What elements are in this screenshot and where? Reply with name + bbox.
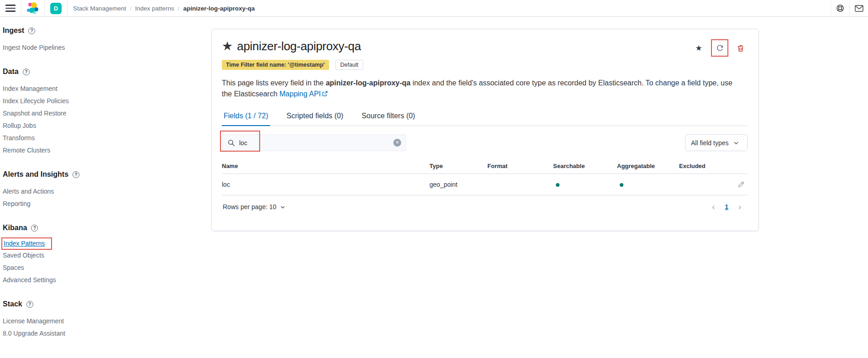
tab-bar: Fields (1 / 72) Scripted fields (0) Sour… — [222, 109, 748, 126]
field-search-box[interactable]: × — [222, 134, 406, 151]
field-type-filter-dropdown[interactable]: All field types — [685, 134, 748, 151]
sidebar-item-ingest-node-pipelines[interactable]: Ingest Node Pipelines — [3, 41, 164, 53]
breadcrumb-separator: / — [178, 5, 180, 12]
sidebar-section-title: Ingest — [3, 26, 24, 35]
space-segment: D — [45, 0, 67, 16]
sidebar-item-saved-objects[interactable]: Saved Objects — [3, 249, 164, 261]
breadcrumb: Stack Management / Index patterns / apin… — [68, 0, 260, 16]
sidebar-item-index-patterns[interactable]: Index Patterns — [1, 237, 52, 250]
fields-table: Name Type Format Searchable Aggregatable… — [222, 158, 748, 218]
question-circle-icon[interactable]: ? — [73, 171, 79, 178]
question-circle-icon[interactable]: ? — [28, 27, 35, 34]
sidebar-item-alerts-and-actions[interactable]: Alerts and Actions — [3, 185, 164, 197]
sidebar-section-title: Kibana — [3, 224, 27, 232]
clear-search-icon[interactable]: × — [393, 139, 401, 147]
logo-segment — [21, 0, 44, 16]
column-header-name: Name — [222, 163, 429, 169]
sidebar-section-title: Stack — [3, 300, 22, 308]
question-circle-icon[interactable]: ? — [26, 301, 33, 308]
sidebar-item-rollup-jobs[interactable]: Rollup Jobs — [3, 119, 164, 132]
topbar-right-actions — [831, 0, 868, 16]
table-footer: Rows per page: 10 ‹ 1 › — [222, 195, 748, 218]
breadcrumb-current-page: apinizer-log-apiproxy-qa — [183, 5, 255, 12]
table-row: loc geo_point — [222, 174, 748, 195]
newsfeed-button[interactable] — [850, 0, 868, 16]
column-header-searchable: Searchable — [553, 163, 617, 169]
set-default-star-button[interactable]: ★ — [690, 39, 707, 57]
panel-action-buttons: ★ — [690, 39, 749, 57]
sidebar-item-advanced-settings[interactable]: Advanced Settings — [3, 274, 164, 286]
sidebar-section-kibana: Kibana ? Index Patterns Saved Objects Sp… — [3, 224, 164, 286]
description-text: This page lists every field in the apini… — [222, 78, 742, 100]
refresh-field-list-button[interactable] — [711, 39, 728, 57]
sidebar-item-snapshot-and-restore[interactable]: Snapshot and Restore — [3, 107, 164, 119]
aggregatable-dot — [620, 183, 623, 187]
sidebar-item-remote-clusters[interactable]: Remote Clusters — [3, 144, 164, 156]
default-badge: Default — [335, 60, 364, 70]
page-number-1[interactable]: 1 — [725, 203, 728, 211]
time-filter-badge: Time Filter field name: '@timestamp' — [222, 60, 329, 70]
sidebar-item-spaces[interactable]: Spaces — [3, 261, 164, 274]
column-header-type: Type — [429, 163, 487, 169]
index-pattern-panel: ★ ★ apinizer-log-apiproxy-qa — [211, 29, 759, 231]
chevron-down-icon — [280, 204, 286, 210]
sidebar-section-ingest: Ingest ? Ingest Node Pipelines — [3, 26, 164, 53]
description-part1: This page lists every field in the — [222, 79, 326, 87]
sidebar-item-index-lifecycle-policies[interactable]: Index Lifecycle Policies — [3, 95, 164, 107]
sidebar-item-reporting[interactable]: Reporting — [3, 197, 164, 210]
field-search-input[interactable] — [239, 139, 393, 147]
rows-per-page-dropdown[interactable]: Rows per page: 10 — [223, 203, 286, 211]
help-icon — [836, 4, 844, 12]
top-navigation-bar: D Stack Management / Index patterns / ap… — [0, 0, 868, 17]
sidebar-item-index-management[interactable]: Index Management — [3, 82, 164, 95]
field-type-filter-label: All field types — [691, 139, 728, 147]
pagination: ‹ 1 › — [712, 203, 747, 211]
breadcrumb-index-patterns[interactable]: Index patterns — [135, 5, 174, 12]
page-title: apinizer-log-apiproxy-qa — [237, 39, 361, 53]
sidebar-section-stack: Stack ? License Management 8.0 Upgrade A… — [3, 300, 164, 339]
sidebar-section-alerts-insights: Alerts and Insights ? Alerts and Actions… — [3, 170, 164, 210]
hamburger-menu-icon[interactable] — [5, 5, 16, 12]
sidebar-item-license-management[interactable]: License Management — [3, 315, 164, 327]
sidebar-item-transforms[interactable]: Transforms — [3, 132, 164, 144]
badge-row: Time Filter field name: '@timestamp' Def… — [222, 60, 748, 70]
refresh-icon — [716, 44, 724, 52]
field-name-cell: loc — [222, 181, 429, 188]
description-index-name: apinizer-log-apiproxy-qa — [326, 79, 411, 87]
favorite-star-icon: ★ — [222, 40, 233, 53]
star-icon: ★ — [695, 43, 702, 53]
elastic-logo[interactable] — [27, 2, 39, 14]
sidebar-item-upgrade-assistant[interactable]: 8.0 Upgrade Assistant — [3, 327, 164, 339]
sidebar-section-title: Data — [3, 68, 19, 76]
next-page-arrow-icon[interactable]: › — [738, 203, 741, 211]
mail-icon — [855, 5, 863, 12]
column-header-format: Format — [487, 163, 553, 169]
column-header-excluded: Excluded — [679, 163, 731, 169]
chevron-down-icon — [733, 140, 739, 146]
trash-icon — [737, 44, 744, 52]
table-header-row: Name Type Format Searchable Aggregatable… — [222, 158, 748, 174]
question-circle-icon[interactable]: ? — [23, 68, 30, 75]
previous-page-arrow-icon[interactable]: ‹ — [712, 203, 715, 211]
help-button[interactable] — [831, 0, 849, 16]
mapping-api-link[interactable]: Mapping API — [279, 90, 321, 98]
tab-fields[interactable]: Fields (1 / 72) — [222, 109, 270, 126]
delete-index-pattern-button[interactable] — [732, 39, 749, 57]
external-link-icon — [322, 90, 328, 97]
field-type-cell: geo_point — [429, 181, 487, 188]
breadcrumb-stack-management[interactable]: Stack Management — [73, 5, 126, 12]
title-row: ★ apinizer-log-apiproxy-qa — [222, 39, 748, 53]
column-header-aggregatable: Aggregatable — [617, 163, 679, 169]
question-circle-icon[interactable]: ? — [31, 225, 38, 232]
search-wrapper: × — [222, 134, 406, 151]
field-controls-row: × All field types — [222, 134, 748, 151]
search-icon — [228, 139, 235, 147]
searchable-dot — [556, 183, 559, 187]
breadcrumb-separator: / — [130, 5, 131, 12]
tab-source-filters[interactable]: Source filters (0) — [360, 109, 417, 126]
space-avatar[interactable]: D — [50, 3, 62, 14]
tab-scripted-fields[interactable]: Scripted fields (0) — [285, 109, 345, 126]
management-sidebar: Ingest ? Ingest Node Pipelines Data ? In… — [0, 17, 164, 353]
menu-segment — [0, 0, 21, 16]
edit-field-pencil-icon[interactable] — [737, 181, 745, 188]
